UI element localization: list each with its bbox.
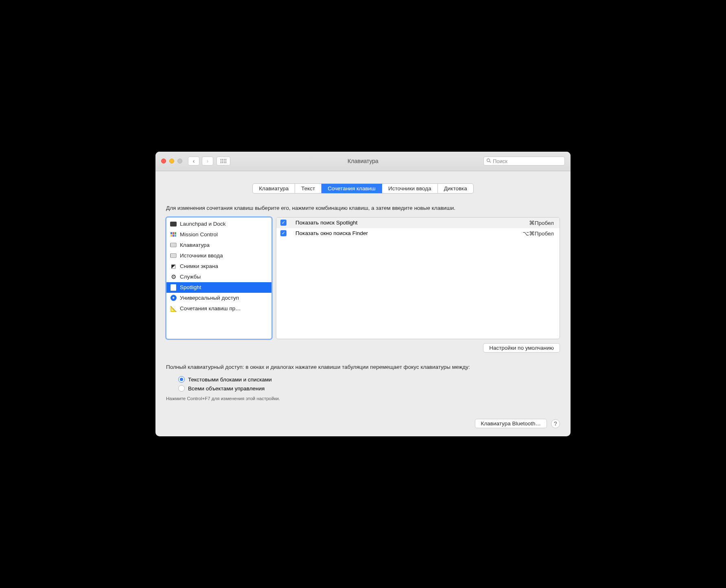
shortcut-combo[interactable]: ⌥⌘Пробел [523,230,554,237]
shortcut-checkbox[interactable]: ✓ [280,220,286,226]
nav-buttons: ‹ › [188,157,213,166]
keyboard-icon [170,252,177,259]
category-label: Сочетания клавиш пр… [180,305,241,311]
radio-group: Текстовыми блоками и спискамиВсеми объек… [166,375,560,393]
show-all-button[interactable] [216,157,230,166]
chevron-right-icon: › [207,158,209,164]
full-keyboard-access-text: Полный клавиатурный доступ: в окнах и ди… [166,363,560,371]
back-button[interactable]: ‹ [188,157,199,166]
search-icon [486,158,491,164]
category-access[interactable]: ✦Универсальный доступ [166,293,271,303]
shortcut-row[interactable]: ✓Показать поиск Spotlight⌘Пробел [276,218,560,228]
shortcut-list[interactable]: ✓Показать поиск Spotlight⌘Пробел✓Показат… [276,217,560,339]
category-label: Mission Control [180,231,218,237]
help-button[interactable]: ? [551,419,560,428]
category-label: Spotlight [180,284,201,290]
category-spotlight[interactable]: Spotlight [166,282,271,293]
radio-option-1[interactable]: Всеми объектами управления [178,384,560,393]
radio-button[interactable] [178,385,185,392]
category-label: Снимки экрана [180,263,218,269]
category-label: Источники ввода [180,253,223,259]
help-icon: ? [554,420,557,427]
preferences-window: ‹ › Клавиатура КлавиатураТекстСочетания … [155,152,571,436]
shortcut-checkbox[interactable]: ✓ [280,230,286,236]
radio-option-0[interactable]: Текстовыми блоками и списками [178,375,560,384]
radio-label: Всеми объектами управления [188,385,265,392]
content: КлавиатураТекстСочетания клавишИсточники… [155,171,571,436]
bluetooth-keyboard-button[interactable]: Клавиатура Bluetooth… [475,419,547,428]
category-keyboard[interactable]: Источники ввода [166,250,271,261]
category-keyboard[interactable]: Клавиатура [166,240,271,250]
shortcut-label: Показать окно поиска Finder [291,230,518,236]
grid-icon [221,159,226,163]
radio-label: Текстовыми блоками и списками [188,377,272,383]
shortcut-combo[interactable]: ⌘Пробел [529,220,554,226]
tab-2[interactable]: Сочетания клавиш [321,184,382,193]
category-label: Клавиатура [180,242,210,248]
restore-defaults-button[interactable]: Настройки по умолчанию [483,343,560,353]
category-list[interactable]: Launchpad и DockMission ControlКлавиатур… [166,217,272,339]
svg-line-1 [490,161,491,163]
category-launchpad[interactable]: Launchpad и Dock [166,219,271,229]
instruction-text: Для изменения сочетания клавиш выберите … [166,204,560,212]
zoom-icon [177,159,182,163]
launchpad-icon [170,220,177,228]
tab-4[interactable]: Диктовка [438,184,473,193]
category-services[interactable]: ⚙︎Службы [166,272,271,282]
keyboard-icon [170,242,177,249]
category-app[interactable]: 📐Сочетания клавиш пр… [166,303,271,314]
shortcut-row[interactable]: ✓Показать окно поиска Finder⌥⌘Пробел [276,228,560,239]
screenshot-icon: ◩ [170,263,177,270]
category-label: Службы [180,274,201,280]
app-icon: 📐 [170,305,177,312]
forward-button[interactable]: › [202,157,213,166]
window-controls [161,159,182,163]
search-field[interactable] [483,157,565,166]
spotlight-icon [170,284,177,291]
minimize-icon[interactable] [169,159,174,163]
titlebar: ‹ › Клавиатура [155,152,571,171]
hint-text: Нажмите Control+F7 для изменения этой на… [166,396,560,401]
shortcut-label: Показать поиск Spotlight [291,220,524,226]
category-mission[interactable]: Mission Control [166,229,271,240]
tab-3[interactable]: Источники ввода [382,184,438,193]
category-label: Launchpad и Dock [180,221,226,227]
mission-icon [170,231,177,238]
services-icon: ⚙︎ [170,273,177,281]
close-icon[interactable] [161,159,166,163]
radio-button[interactable] [178,376,185,383]
category-screenshot[interactable]: ◩Снимки экрана [166,261,271,272]
svg-point-0 [487,159,490,161]
tab-1[interactable]: Текст [295,184,321,193]
access-icon: ✦ [170,294,177,302]
tab-bar: КлавиатураТекстСочетания клавишИсточники… [252,183,474,194]
tab-0[interactable]: Клавиатура [253,184,295,193]
search-input[interactable] [493,158,562,164]
category-label: Универсальный доступ [180,295,239,301]
chevron-left-icon: ‹ [193,158,195,164]
